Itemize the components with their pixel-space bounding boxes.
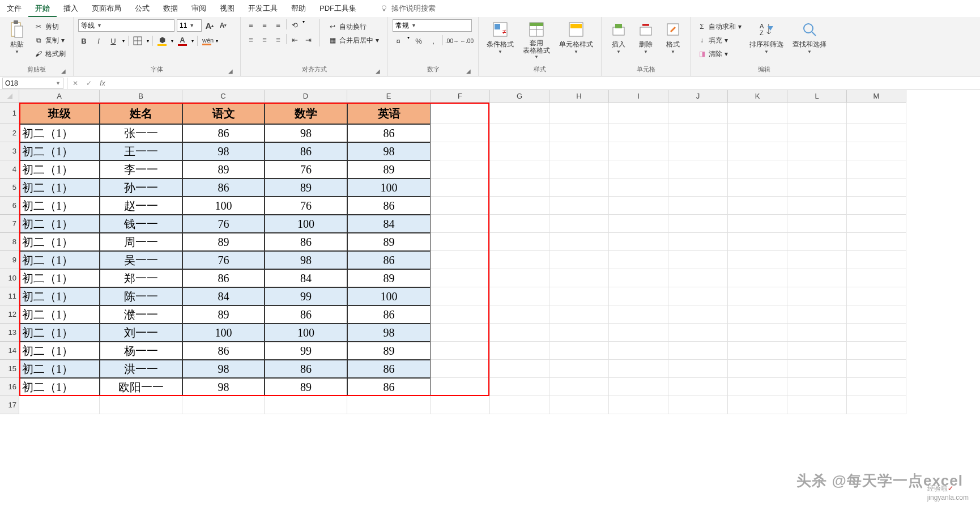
table-cell[interactable]: 89 (347, 269, 431, 287)
cell[interactable] (728, 360, 787, 378)
cell[interactable] (490, 396, 549, 414)
table-cell[interactable]: 76 (182, 251, 265, 269)
cell[interactable] (549, 360, 609, 378)
cell[interactable] (787, 124, 847, 142)
row-header-2[interactable]: 2 (0, 124, 19, 142)
cell[interactable] (490, 378, 549, 396)
table-cell[interactable]: 76 (182, 215, 265, 233)
table-cell[interactable]: 孙一一 (100, 178, 182, 197)
table-cell[interactable]: 86 (265, 305, 347, 324)
table-cell[interactable]: 86 (347, 305, 431, 324)
cell[interactable] (847, 142, 906, 160)
table-cell[interactable]: 89 (265, 378, 347, 396)
table-cell[interactable]: 86 (182, 342, 265, 360)
cell[interactable] (787, 215, 847, 233)
table-cell[interactable]: 初二（1） (19, 178, 100, 197)
row-header-8[interactable]: 8 (0, 233, 19, 251)
table-cell[interactable]: 86 (347, 378, 431, 396)
cell[interactable] (431, 233, 490, 251)
align-left-button[interactable]: ≡ (245, 34, 257, 45)
cell[interactable] (609, 287, 668, 305)
cell[interactable] (847, 342, 906, 360)
table-cell[interactable]: 86 (182, 124, 265, 142)
merge-center-button[interactable]: ▦合并后居中 ▾ (326, 34, 381, 46)
clear-button[interactable]: ◨清除 ▾ (695, 48, 744, 60)
font-name-combo[interactable]: 等线▼ (78, 19, 174, 32)
table-cell[interactable]: 86 (265, 233, 347, 251)
cell[interactable] (847, 160, 906, 178)
cell[interactable] (847, 251, 906, 269)
table-cell[interactable]: 98 (265, 251, 347, 269)
table-cell[interactable]: 89 (347, 233, 431, 251)
table-cell[interactable]: 86 (347, 360, 431, 378)
cell[interactable] (847, 287, 906, 305)
orientation-button[interactable]: ⟲ (289, 19, 300, 31)
cell[interactable] (728, 269, 787, 287)
table-cell[interactable]: 98 (347, 324, 431, 342)
cell[interactable] (668, 305, 728, 324)
cell[interactable] (490, 124, 549, 142)
cut-button[interactable]: ✂剪切 (32, 20, 68, 33)
cell[interactable] (431, 287, 490, 305)
name-box[interactable]: O18▼ (2, 78, 63, 89)
align-center-button[interactable]: ≡ (259, 34, 270, 45)
table-header-cell[interactable]: 姓名 (100, 103, 182, 124)
cell[interactable] (549, 324, 609, 342)
col-header-J[interactable]: J (668, 90, 728, 103)
cancel-formula-button[interactable]: ✕ (69, 78, 82, 89)
cell[interactable] (549, 269, 609, 287)
cell[interactable] (549, 342, 609, 360)
cell[interactable] (668, 324, 728, 342)
table-cell[interactable]: 初二（1） (19, 287, 100, 305)
cell[interactable] (847, 197, 906, 215)
cell[interactable] (728, 197, 787, 215)
align-right-button[interactable]: ≡ (272, 34, 284, 45)
cell[interactable] (609, 215, 668, 233)
cell[interactable] (609, 178, 668, 197)
table-cell[interactable]: 初二（1） (19, 124, 100, 142)
cell[interactable] (549, 378, 609, 396)
tab-开始[interactable]: 开始 (28, 0, 57, 17)
cell[interactable] (609, 342, 668, 360)
cell[interactable] (728, 142, 787, 160)
cell[interactable] (728, 215, 787, 233)
table-cell[interactable]: 100 (265, 215, 347, 233)
cell[interactable] (847, 360, 906, 378)
cell[interactable] (490, 342, 549, 360)
tab-PDF工具集[interactable]: PDF工具集 (313, 0, 363, 17)
font-size-combo[interactable]: 11▼ (177, 19, 202, 32)
tab-插入[interactable]: 插入 (57, 0, 85, 17)
cell[interactable] (431, 269, 490, 287)
decrease-font-button[interactable]: A▾ (218, 20, 229, 31)
increase-indent-button[interactable]: ⇥ (302, 34, 314, 45)
table-cell[interactable]: 钱一一 (100, 215, 182, 233)
row-header-11[interactable]: 11 (0, 287, 19, 305)
cell[interactable] (787, 324, 847, 342)
cell[interactable] (431, 142, 490, 160)
cell[interactable] (728, 251, 787, 269)
cell[interactable] (490, 142, 549, 160)
cell[interactable] (787, 251, 847, 269)
table-cell[interactable]: 王一一 (100, 142, 182, 160)
table-cell[interactable]: 98 (347, 142, 431, 160)
insert-function-button[interactable]: fx (96, 78, 109, 89)
cell[interactable] (728, 178, 787, 197)
cell[interactable] (728, 287, 787, 305)
table-cell[interactable]: 98 (265, 124, 347, 142)
bold-button[interactable]: B (78, 35, 90, 46)
table-cell[interactable]: 初二（1） (19, 342, 100, 360)
cell[interactable] (847, 233, 906, 251)
formula-input[interactable] (109, 78, 980, 89)
delete-cells-button[interactable]: 删除▼ (633, 19, 658, 56)
cell[interactable] (549, 233, 609, 251)
cell[interactable] (490, 178, 549, 197)
table-cell[interactable]: 陈一一 (100, 287, 182, 305)
cell[interactable] (549, 160, 609, 178)
enter-formula-button[interactable]: ✓ (82, 78, 96, 89)
cell[interactable] (431, 215, 490, 233)
sort-filter-button[interactable]: AZ排序和筛选▼ (746, 19, 787, 56)
format-cells-button[interactable]: 格式▼ (661, 19, 685, 56)
cell[interactable] (787, 269, 847, 287)
cell[interactable] (609, 305, 668, 324)
cell[interactable] (19, 396, 100, 414)
